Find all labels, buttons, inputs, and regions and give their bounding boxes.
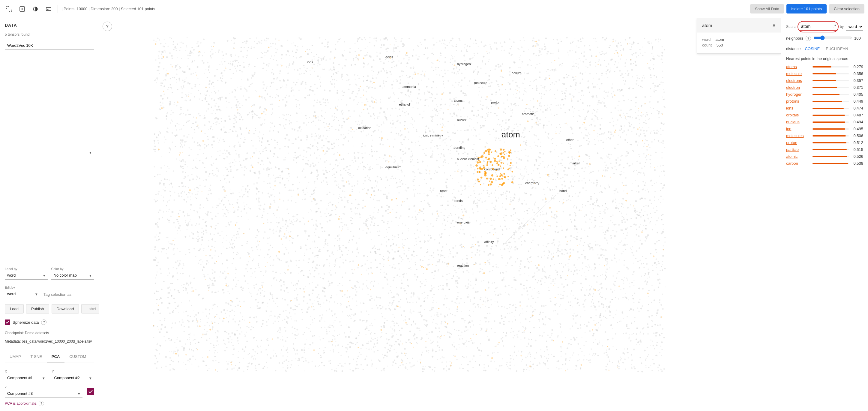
z-select-wrapper: Component #3 <box>5 389 83 398</box>
nearest-word[interactable]: nucleus <box>786 120 810 124</box>
word-label: compound <box>485 167 500 171</box>
nearest-score: 0.405 <box>851 92 863 97</box>
x-select[interactable]: Component #1 <box>5 374 47 382</box>
nearest-item: carbon 0.538 <box>786 161 863 166</box>
nearest-bar-wrap <box>812 66 849 67</box>
label-icon[interactable]: A <box>43 4 54 14</box>
nearest-word[interactable]: proton <box>786 140 810 145</box>
word-label: react <box>440 189 447 193</box>
xy-components: X Component #1 Y Component #2 <box>5 370 94 382</box>
word-label: energies <box>457 221 470 224</box>
isolate-button[interactable]: Isolate 101 points <box>786 4 827 13</box>
nearest-word[interactable]: atomic <box>786 154 810 159</box>
nearest-score: 0.506 <box>851 134 863 138</box>
word-label: molecule <box>474 81 487 85</box>
pca-approx-help-icon[interactable]: ? <box>39 401 44 406</box>
nearest-bar-wrap <box>812 163 849 164</box>
nearest-bar <box>812 128 845 129</box>
nearest-item: ions 0.474 <box>786 106 863 110</box>
nearest-bar <box>812 149 847 150</box>
label-by-select[interactable]: word <box>5 271 48 280</box>
nearest-score: 0.512 <box>851 140 863 145</box>
nearest-score: 0.371 <box>851 85 863 90</box>
euclidean-option[interactable]: EUCLIDEAN <box>824 46 850 52</box>
dataset-select[interactable]: Word2Vec 10K <box>5 41 94 50</box>
nearest-bar-wrap <box>812 156 849 157</box>
color-by-select[interactable]: No color map <box>51 271 94 280</box>
nearest-bar-wrap <box>812 121 849 123</box>
sidebar: DATA 5 tensors found Word2Vec 10K Label … <box>0 18 99 411</box>
word-label: helium <box>512 71 521 75</box>
nearest-word[interactable]: carbon <box>786 161 810 166</box>
word-label: reaction <box>457 264 469 267</box>
z-checkbox[interactable] <box>87 388 94 395</box>
nearest-word[interactable]: atoms <box>786 64 810 69</box>
projection-tabs: UMAP T-SNE PCA CUSTOM <box>5 351 94 362</box>
checkpoint-row: Checkpoint: Demo datasets <box>5 331 94 335</box>
atom-panel: atom ∧ word atom count 550 <box>697 18 781 54</box>
download-button[interactable]: Download <box>52 304 79 314</box>
tab-umap[interactable]: UMAP <box>5 351 26 362</box>
neighbors-help-icon[interactable]: ? <box>806 36 811 41</box>
nearest-word[interactable]: hydrogen <box>786 92 810 97</box>
metadata-value: oss_data/word2vec_10000_200d_labels.tsv <box>22 339 92 344</box>
nearest-item: ion 0.495 <box>786 126 863 131</box>
search-input[interactable] <box>800 23 837 31</box>
nearest-score: 0.494 <box>851 120 863 124</box>
toolbar: A | Points: 10000 | Dimension: 200 | Sel… <box>0 0 868 18</box>
night-mode-icon[interactable] <box>17 4 28 14</box>
nearest-word[interactable]: ions <box>786 106 810 110</box>
sphereize-checkbox[interactable] <box>5 320 10 325</box>
edit-by-select[interactable]: word <box>5 290 40 298</box>
canvas-area[interactable]: ? ionsacidshydrogenheliumammoniamolecule… <box>99 18 781 411</box>
search-label: Search <box>786 25 798 29</box>
load-button[interactable]: Load <box>5 304 24 314</box>
nearest-bar-wrap <box>812 94 849 95</box>
sphereize-help-icon[interactable]: ? <box>41 320 46 325</box>
nearest-word[interactable]: protons <box>786 99 810 104</box>
clear-selection-button[interactable]: Clear selection <box>829 4 864 13</box>
nearest-word[interactable]: orbitals <box>786 113 810 117</box>
by-select[interactable]: word <box>846 23 863 31</box>
y-select[interactable]: Component #2 <box>52 374 94 382</box>
word-label: marker <box>569 162 580 165</box>
word-label: affinity <box>485 240 494 244</box>
nearest-word[interactable]: electrons <box>786 78 810 83</box>
nearest-bar-wrap <box>812 108 849 109</box>
label-button[interactable]: Label <box>81 304 99 314</box>
show-all-button[interactable]: Show All Data <box>750 4 784 13</box>
z-select[interactable]: Component #3 <box>5 389 83 398</box>
neighbors-slider[interactable] <box>813 35 852 40</box>
distance-row: distance COSINE EUCLIDEAN <box>786 46 863 52</box>
nearest-word[interactable]: electron <box>786 85 810 90</box>
nearest-word[interactable]: particle <box>786 147 810 152</box>
selection-icon[interactable] <box>4 4 14 14</box>
tab-custom[interactable]: CUSTOM <box>64 351 91 362</box>
nearest-bar-wrap <box>812 135 849 137</box>
nearest-item: atomic 0.526 <box>786 154 863 159</box>
nearest-item: nucleus 0.494 <box>786 120 863 124</box>
tab-pca[interactable]: PCA <box>47 351 64 362</box>
distance-label: distance <box>786 47 801 51</box>
nearest-word[interactable]: molecule <box>786 71 810 76</box>
contrast-icon[interactable] <box>30 4 41 14</box>
word-label: aromatic <box>522 112 534 116</box>
nearest-word[interactable]: molecules <box>786 134 810 138</box>
z-label: Z <box>5 385 83 389</box>
cosine-option[interactable]: COSINE <box>803 46 822 52</box>
nearest-word[interactable]: ion <box>786 126 810 131</box>
tag-input[interactable] <box>43 291 94 298</box>
publish-button[interactable]: Publish <box>26 304 49 314</box>
nearest-bar-wrap <box>812 101 849 102</box>
word-label: atoms <box>454 99 463 102</box>
edit-by-label: Edit by <box>5 286 40 289</box>
search-clear-icon[interactable]: .* <box>833 24 837 29</box>
tab-tsne[interactable]: T-SNE <box>26 351 47 362</box>
atom-panel-close[interactable]: ∧ <box>772 22 776 29</box>
nearest-bar-wrap <box>812 115 849 116</box>
neighbors-value: 100 <box>854 36 863 40</box>
word-label: equilibrium <box>385 165 401 169</box>
word-label: ammonia <box>403 85 416 88</box>
atom-count-row: count 550 <box>702 43 776 48</box>
word-label: acids <box>385 55 393 59</box>
